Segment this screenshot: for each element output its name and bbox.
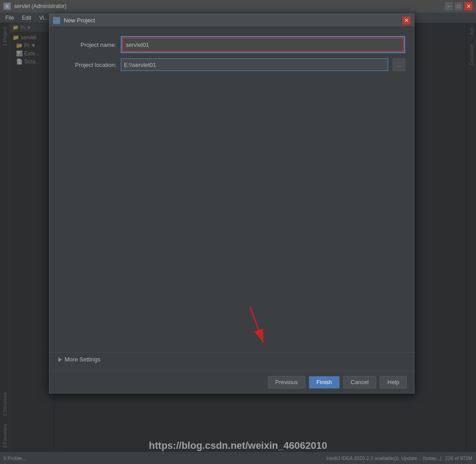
help-button[interactable]: Help xyxy=(380,376,407,389)
arrow-svg xyxy=(223,302,277,356)
statusbar-memory: 226 of 972M xyxy=(445,456,472,461)
ide-titlebar: ⚙ servlet (Administrator) − □ ✕ xyxy=(0,0,476,12)
project-location-row: Project location: ... xyxy=(58,58,405,71)
minimize-button[interactable]: − xyxy=(445,2,453,10)
cancel-button[interactable]: Cancel xyxy=(343,376,376,389)
dialog-titlebar: New Project ✕ xyxy=(49,14,414,27)
ide-title: servlet (Administrator) xyxy=(14,3,441,9)
close-ide-button[interactable]: ✕ xyxy=(464,2,472,10)
more-settings-triangle xyxy=(58,357,62,362)
ide-icon: ⚙ xyxy=(4,3,11,10)
dialog-content: Project name: Project location: ... xyxy=(49,27,414,393)
previous-button[interactable]: Previous xyxy=(268,376,306,389)
dialog-footer: Previous Finish Cancel Help xyxy=(49,371,414,393)
statusbar-problems[interactable]: 6:Proble... xyxy=(4,456,26,461)
project-location-label: Project location: xyxy=(58,62,116,68)
more-settings[interactable]: More Settings xyxy=(49,352,414,366)
new-project-dialog: New Project ✕ Project name: Project loca… xyxy=(49,13,414,394)
menu-edit[interactable]: Edit xyxy=(18,14,35,22)
dialog-title: New Project xyxy=(64,17,399,24)
project-location-input[interactable] xyxy=(121,58,388,71)
ide-statusbar: 6:Proble... IntelliJ IDEA 2020.2.3 avail… xyxy=(0,452,476,464)
dialog-close-button[interactable]: ✕ xyxy=(402,17,410,25)
more-settings-label: More Settings xyxy=(65,356,100,363)
menu-file[interactable]: File xyxy=(2,14,17,22)
ide-window-controls: − □ ✕ xyxy=(445,2,472,10)
maximize-button[interactable]: □ xyxy=(455,2,463,10)
browse-button[interactable]: ... xyxy=(393,58,405,71)
statusbar-update: IntelliJ IDEA 2020.2.3 available()). Upd… xyxy=(326,456,442,461)
project-name-row: Project name: xyxy=(58,36,405,53)
dialog-icon xyxy=(53,17,60,24)
project-name-input[interactable] xyxy=(123,38,403,51)
project-name-label: Project name: xyxy=(58,41,116,48)
arrow-annotation xyxy=(223,302,277,357)
svg-line-1 xyxy=(250,307,263,343)
finish-button[interactable]: Finish xyxy=(309,376,340,389)
